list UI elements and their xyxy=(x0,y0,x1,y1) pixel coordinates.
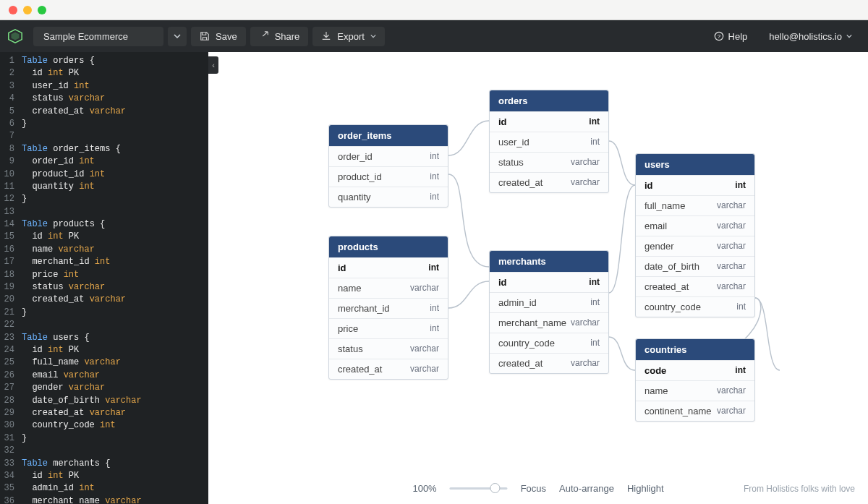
code-line: 20 created_at varchar xyxy=(0,294,208,306)
project-dropdown-toggle[interactable] xyxy=(168,27,187,46)
table-card-users[interactable]: usersidintfull_namevarcharemailvarcharge… xyxy=(635,153,755,317)
table-column[interactable]: created_atvarchar xyxy=(329,359,448,379)
project-select[interactable]: Sample Ecommerce xyxy=(33,27,163,46)
table-card-countries[interactable]: countriescodeintnamevarcharcontinent_nam… xyxy=(635,338,755,422)
table-column[interactable]: emailvarchar xyxy=(636,215,754,236)
user-email: hello@holistics.io xyxy=(769,31,842,42)
svg-marker-1 xyxy=(12,33,20,40)
code-line: 12} xyxy=(0,193,208,205)
autoarrange-button[interactable]: Auto-arrange xyxy=(559,483,614,494)
table-column[interactable]: idint xyxy=(490,111,608,132)
footer-credit: From Holistics folks with love xyxy=(744,484,855,494)
collapse-editor-handle[interactable]: ‹ xyxy=(208,56,218,74)
code-editor[interactable]: 1Table orders {2 id int PK3 user_id int4… xyxy=(0,52,208,504)
table-card-merchants[interactable]: merchantsidintadmin_idintmerchant_nameva… xyxy=(489,250,609,374)
download-icon xyxy=(321,31,331,41)
table-column[interactable]: date_of_birthvarchar xyxy=(636,256,754,276)
help-link[interactable]: ? Help xyxy=(705,27,757,46)
canvas-controls: 100% Focus Auto-arrange Highlight xyxy=(412,483,663,494)
table-header[interactable]: orders xyxy=(490,90,608,111)
save-label: Save xyxy=(216,31,237,42)
table-header[interactable]: products xyxy=(329,236,448,257)
table-column[interactable]: gendervarchar xyxy=(636,236,754,256)
code-line: 4 status varchar xyxy=(0,93,208,105)
chevron-down-icon xyxy=(370,33,376,39)
export-button[interactable]: Export xyxy=(312,27,385,46)
table-column[interactable]: statusvarchar xyxy=(490,152,608,172)
table-column[interactable]: order_idint xyxy=(329,146,448,166)
table-column[interactable]: idint xyxy=(329,257,448,278)
table-column[interactable]: country_codeint xyxy=(490,333,608,353)
code-line: 36 merchant_name varchar xyxy=(0,495,208,504)
table-column[interactable]: continent_namevarchar xyxy=(636,401,754,421)
code-line: 16 name varchar xyxy=(0,244,208,256)
table-column[interactable]: country_codeint xyxy=(636,296,754,317)
table-header[interactable]: users xyxy=(636,154,754,175)
table-column[interactable]: namevarchar xyxy=(636,380,754,401)
table-header[interactable]: order_items xyxy=(329,125,448,146)
table-column[interactable]: user_idint xyxy=(490,132,608,152)
table-column[interactable]: created_atvarchar xyxy=(636,276,754,296)
code-line: 6} xyxy=(0,118,208,130)
app-toolbar: Sample Ecommerce Save Share Export ? Hel… xyxy=(0,20,868,52)
table-header[interactable]: countries xyxy=(636,339,754,360)
code-line: 28 date_of_birth varchar xyxy=(0,395,208,407)
table-column[interactable]: codeint xyxy=(636,360,754,380)
zoom-slider[interactable] xyxy=(450,487,508,490)
help-label: Help xyxy=(728,31,748,42)
code-line: 10 product_id int xyxy=(0,168,208,181)
table-header[interactable]: merchants xyxy=(490,251,608,272)
chevron-left-icon: ‹ xyxy=(212,61,215,69)
code-line: 11 quantity int xyxy=(0,181,208,193)
code-line: 18 price int xyxy=(0,269,208,281)
table-column[interactable]: full_namevarchar xyxy=(636,195,754,215)
code-line: 7 xyxy=(0,130,208,142)
user-menu[interactable]: hello@holistics.io xyxy=(760,27,861,46)
code-line: 33Table merchants { xyxy=(0,458,208,470)
code-line: 15 id int PK xyxy=(0,231,208,243)
project-name: Sample Ecommerce xyxy=(43,31,128,42)
code-line: 30 country_code int xyxy=(0,419,208,432)
code-line: 8Table order_items { xyxy=(0,143,208,155)
svg-text:?: ? xyxy=(717,33,720,40)
table-column[interactable]: statusvarchar xyxy=(329,338,448,359)
table-column[interactable]: created_atvarchar xyxy=(490,353,608,373)
table-column[interactable]: admin_idint xyxy=(490,292,608,312)
maximize-window-icon[interactable] xyxy=(38,6,46,14)
code-line: 29 created_at varchar xyxy=(0,407,208,419)
code-line: 5 created_at varchar xyxy=(0,106,208,118)
save-button[interactable]: Save xyxy=(191,27,246,46)
code-line: 35 admin_id int xyxy=(0,482,208,495)
diagram-canvas[interactable]: 100% Focus Auto-arrange Highlight From H… xyxy=(208,52,868,504)
table-column[interactable]: created_atvarchar xyxy=(490,172,608,192)
chevron-down-icon xyxy=(174,33,181,40)
code-line: 3 user_id int xyxy=(0,80,208,93)
share-button[interactable]: Share xyxy=(250,27,309,46)
table-card-orders[interactable]: ordersidintuser_idintstatusvarcharcreate… xyxy=(489,90,609,193)
highlight-button[interactable]: Highlight xyxy=(627,483,664,494)
table-column[interactable]: priceint xyxy=(329,318,448,338)
code-line: 25 full_name varchar xyxy=(0,356,208,369)
table-column[interactable]: quantityint xyxy=(329,187,448,207)
minimize-window-icon[interactable] xyxy=(23,6,32,14)
close-window-icon[interactable] xyxy=(9,6,17,14)
table-column[interactable]: merchant_namevarchar xyxy=(490,312,608,333)
code-line: 31} xyxy=(0,432,208,445)
focus-button[interactable]: Focus xyxy=(521,483,546,494)
table-column[interactable]: idint xyxy=(490,272,608,292)
chevron-down-icon xyxy=(846,33,852,39)
export-label: Export xyxy=(337,31,365,42)
code-line: 24 id int PK xyxy=(0,344,208,356)
table-column[interactable]: product_idint xyxy=(329,166,448,187)
code-line: 1Table orders { xyxy=(0,55,208,67)
table-column[interactable]: namevarchar xyxy=(329,278,448,298)
code-line: 23Table users { xyxy=(0,332,208,344)
save-icon xyxy=(200,31,210,41)
table-card-order_items[interactable]: order_itemsorder_idintproduct_idintquant… xyxy=(328,124,448,208)
table-column[interactable]: merchant_idint xyxy=(329,298,448,318)
code-line: 22 xyxy=(0,319,208,331)
zoom-slider-thumb[interactable] xyxy=(490,483,501,493)
code-line: 9 order_id int xyxy=(0,155,208,168)
table-card-products[interactable]: productsidintnamevarcharmerchant_idintpr… xyxy=(328,236,448,380)
table-column[interactable]: idint xyxy=(636,175,754,195)
